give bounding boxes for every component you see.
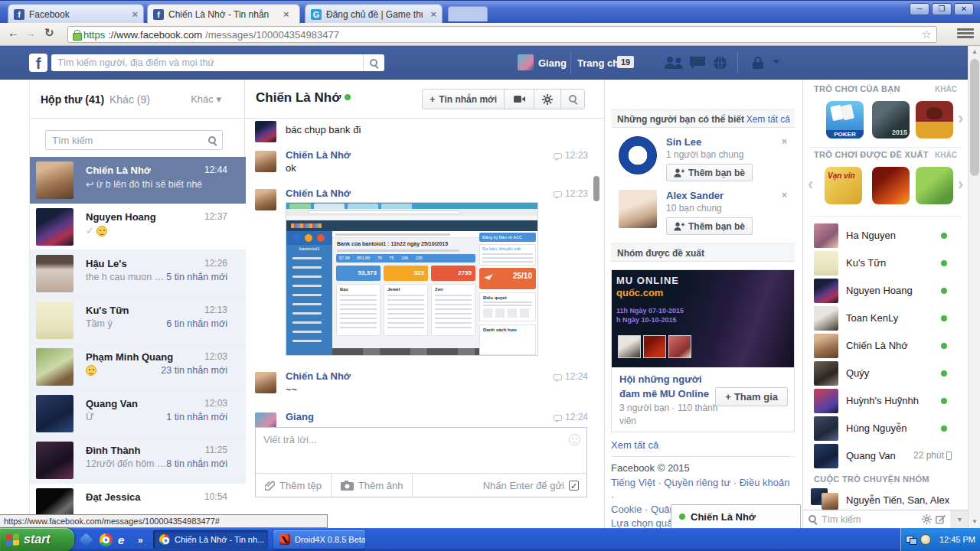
video-call-button[interactable] <box>504 89 534 109</box>
forward-icon[interactable]: → <box>24 26 36 39</box>
enter-to-send-checkbox[interactable]: ✓ <box>569 481 579 491</box>
avatar[interactable] <box>518 54 534 70</box>
new-message-compose-icon[interactable] <box>936 514 946 524</box>
suggestion-name[interactable]: Sin Lee <box>666 136 701 148</box>
add-friend-button[interactable]: Thêm bạn bè <box>666 164 753 181</box>
chat-tab[interactable]: Chiến Là Nhớ <box>671 504 801 528</box>
tab-gamethu[interactable]: G Đăng chủ đề | Game thủ Việt × <box>305 4 443 24</box>
chat-friend-item[interactable]: Nguyen Hoang <box>803 277 968 305</box>
filter-dropdown[interactable]: Khác ▾ <box>191 93 221 105</box>
carousel-next-icon[interactable]: › <box>958 174 963 194</box>
message-sender[interactable]: Giang <box>286 411 314 422</box>
other-tab[interactable]: Khác (9) <box>109 93 150 106</box>
new-tab-button[interactable] <box>448 6 488 21</box>
group-name[interactable]: Hội những người đam mê MU Online <box>619 373 719 402</box>
scroll-up-icon[interactable]: ▲ <box>969 46 980 58</box>
dismiss-icon[interactable]: × <box>782 136 787 147</box>
address-bar[interactable]: https ://www.facebook.com /messages/1000… <box>67 26 937 43</box>
add-photo-button[interactable]: Thêm ảnh <box>332 474 413 497</box>
chat-friend-item[interactable]: Ha Nguyen <box>803 222 968 249</box>
taskbar-task-messages[interactable]: Chiến Là Nhớ - Tin nh... <box>153 530 268 549</box>
network-icon[interactable] <box>906 536 916 544</box>
reload-icon[interactable]: ↻ <box>44 26 54 40</box>
messages-icon[interactable] <box>689 56 706 70</box>
notification-badge[interactable]: 19 <box>617 56 634 68</box>
quicklaunch-ie-icon[interactable]: e <box>118 533 131 546</box>
carousel-next-icon[interactable]: › <box>958 109 963 129</box>
start-button[interactable]: start <box>0 528 74 551</box>
privacy-lock-icon[interactable] <box>752 56 764 70</box>
message-image-attachment[interactable]: bantoioi1 Bank của bantoioi1 : 11h22 ngà… <box>286 202 538 356</box>
message-sender[interactable]: Chiến Là Nhớ <box>286 370 351 382</box>
tab-close-icon[interactable]: × <box>132 8 138 20</box>
join-group-button[interactable]: +Tham gia <box>715 387 788 406</box>
add-friend-button[interactable]: Thêm bạn bè <box>666 217 753 235</box>
quicklaunch-chrome-icon[interactable] <box>100 533 113 546</box>
quicklaunch-overflow-icon[interactable]: » <box>138 535 151 548</box>
conversation-item[interactable]: Ku's Tữn 12:13 6 tin nhắn mớiTầm ý <box>30 297 246 344</box>
game-icon-cards-fire[interactable] <box>872 167 910 204</box>
game-icon-vanvin[interactable]: Vạn vin <box>825 167 862 204</box>
page-scrollbar[interactable]: ▲ ▼ <box>968 46 980 528</box>
chat-friend-item[interactable]: Chiến Là Nhớ <box>803 332 968 360</box>
conversation-item[interactable]: Phạm Minh Quang 12:03 23 tin nhắn mới <box>30 344 246 390</box>
message-sender[interactable]: Chiến Là Nhớ <box>286 187 351 199</box>
dismiss-icon[interactable]: × <box>782 190 787 201</box>
chat-collapse-button[interactable]: ▾ <box>950 510 968 528</box>
notifications-globe-icon[interactable] <box>713 56 727 70</box>
tab-close-icon[interactable]: × <box>283 8 289 20</box>
profile-link[interactable]: Giang <box>538 57 567 69</box>
reply-input[interactable] <box>256 428 586 474</box>
see-all-link[interactable]: Xem tất cả <box>611 439 658 451</box>
taskbar-task-droid4x[interactable]: Droid4X 0.8.5 Beta <box>273 530 365 549</box>
thread-scrollbar[interactable] <box>593 176 599 201</box>
chat-friend-item[interactable]: Quýy <box>803 360 968 387</box>
settings-button[interactable] <box>534 89 561 109</box>
bookmark-star-icon[interactable]: ☆ <box>922 28 932 41</box>
conversation-item[interactable]: Chiến Là Nhớ 12:44 ↩ ừ b lên đó thì sẽ b… <box>30 157 246 204</box>
tab-close-icon[interactable]: × <box>430 8 436 20</box>
conversation-item[interactable]: Đình Thành 11:25 8 tin nhắn mới12rưỡi đế… <box>30 437 246 484</box>
see-all-link[interactable]: Xem tất cả <box>746 114 790 125</box>
inbox-tab[interactable]: Hộp thư (41) <box>41 93 104 106</box>
conversation-item[interactable]: Hậu Le's 12:26 5 tin nhắn mớithe h cau m… <box>30 250 246 297</box>
chat-search-input[interactable] <box>822 514 918 525</box>
more-link[interactable]: KHÁC <box>935 151 957 159</box>
carousel-prev-icon[interactable]: ‹ <box>808 174 813 194</box>
back-icon[interactable]: ← <box>8 26 19 39</box>
scrollbar-thumb[interactable] <box>970 59 979 176</box>
conversation-item[interactable]: Quang Van 12:03 1 tin nhắn mớiỪ <box>30 390 246 437</box>
chat-settings-gear-icon[interactable] <box>922 514 932 524</box>
scroll-down-icon[interactable]: ▼ <box>969 516 980 528</box>
account-menu-caret-icon[interactable] <box>773 60 780 67</box>
chrome-menu-icon[interactable] <box>957 28 974 41</box>
quicklaunch-app-icon[interactable] <box>79 533 93 546</box>
padlock-icon[interactable] <box>73 30 80 39</box>
emoji-smiley-icon[interactable] <box>569 434 580 445</box>
chat-friend-item[interactable]: Hùng Nguyễn <box>803 415 968 442</box>
suggestion-name[interactable]: Alex Sander <box>666 190 724 201</box>
message-sender[interactable]: Chiến Là Nhớ <box>286 149 351 161</box>
close-button[interactable]: ✕ <box>954 3 974 15</box>
facebook-logo[interactable]: f <box>29 54 47 72</box>
group-ad-image[interactable]: MU ONLINE quốc.com 11h Ngày 07-10-2015 h… <box>612 270 794 367</box>
chat-friend-item[interactable]: Huỳnh's Huỹnhh <box>803 387 968 415</box>
chat-friend-item[interactable]: Quang Van22 phút <box>803 442 968 470</box>
chat-friend-item[interactable]: Ku's Tữn <box>803 249 968 277</box>
friend-requests-icon[interactable] <box>663 56 684 70</box>
chat-friend-item[interactable]: Toan KenLy <box>803 305 968 332</box>
game-icon-pirate[interactable] <box>916 101 953 139</box>
search-input[interactable] <box>51 57 363 68</box>
game-icon-soccer-2015[interactable]: 2015 <box>872 101 910 139</box>
tab-messages[interactable]: f Chiến Là Nhớ - Tin nhắn × <box>147 4 300 24</box>
new-message-button[interactable]: +Tin nhắn mới <box>422 89 505 109</box>
message-list[interactable]: bác chụp bank đi Chiến Là Nhớ ok 12:23 C… <box>245 119 605 427</box>
attach-file-button[interactable]: Thêm tệp <box>256 474 332 497</box>
minimize-button[interactable]: ─ <box>910 3 929 15</box>
game-icon-poker[interactable]: POKER <box>826 101 864 139</box>
conversation-item[interactable]: Nguyen Hoang 12:37 ✓ <box>30 204 246 250</box>
droid4x-tray-icon[interactable] <box>920 534 931 545</box>
game-icon-farm[interactable] <box>916 167 953 204</box>
more-link[interactable]: KHÁC <box>935 85 957 93</box>
search-button[interactable] <box>363 54 384 71</box>
